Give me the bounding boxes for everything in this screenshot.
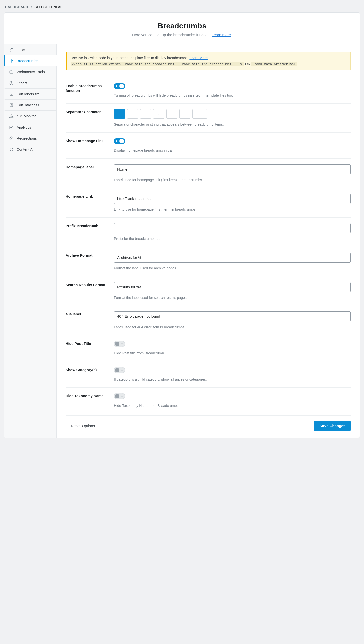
show-categories-toggle[interactable]	[114, 367, 125, 373]
archive-format-label: Archive Format	[66, 253, 108, 258]
separator-option-custom[interactable]	[192, 109, 207, 119]
homepage-label-hint: Label used for homepage link (first item…	[114, 178, 351, 182]
sidebar-item-htaccess[interactable]: Edit .htaccess	[4, 100, 56, 111]
sidebar-item-links[interactable]: Links	[4, 44, 56, 55]
shortcode-snippet: [rank_math_breadcrumb]	[251, 62, 297, 66]
separator-label: Separator Character	[66, 109, 108, 115]
file-icon	[9, 103, 14, 107]
svg-point-6	[11, 149, 12, 150]
save-changes-button[interactable]: Save Changes	[314, 421, 351, 431]
homepage-label-input[interactable]	[114, 164, 351, 174]
separator-option-dash[interactable]: -	[114, 109, 125, 119]
chart-icon	[9, 125, 14, 130]
signpost-icon	[9, 59, 14, 63]
redirect-icon	[9, 136, 14, 141]
404-label-label: 404 label	[66, 311, 108, 317]
search-format-input[interactable]	[114, 282, 351, 292]
homepage-link-hint: Link to use for homepage (first item) in…	[114, 207, 351, 211]
hide-post-title-hint: Hide Post title from Breadcrumb.	[114, 351, 351, 355]
sidebar-item-label: Analytics	[17, 125, 31, 129]
separator-option-pipe[interactable]: |	[166, 109, 177, 119]
briefcase-icon	[9, 70, 14, 74]
separator-option-emdash[interactable]: —	[140, 109, 151, 119]
prefix-label: Prefix Breadcrumb	[66, 223, 108, 229]
breadcrumb-root[interactable]: DASHBOARD	[5, 5, 28, 9]
breadcrumb-current: SEO SETTINGS	[35, 5, 61, 9]
archive-format-hint: Format the label used for archive pages.	[114, 266, 351, 270]
sidebar-item-redirections[interactable]: Redirections	[4, 133, 56, 144]
svg-rect-2	[10, 93, 13, 95]
404-label-input[interactable]	[114, 311, 351, 321]
sidebar-item-label: Content AI	[17, 147, 34, 151]
hide-post-title-toggle[interactable]	[114, 341, 125, 347]
show-homepage-label: Show Homepage Link	[66, 138, 108, 144]
hide-post-title-label: Hide Post Title	[66, 341, 108, 346]
homepage-link-input[interactable]	[114, 194, 351, 204]
hide-taxonomy-hint: Hide Taxonomy Name from Breadcrumb.	[114, 404, 351, 408]
separator-options: - – — » | ·	[114, 109, 351, 119]
sidebar-item-breadcrumbs[interactable]: Breadcrumbs	[4, 55, 57, 66]
sidebar-item-label: Edit robots.txt	[17, 92, 39, 96]
sidebar-item-label: Redirections	[17, 136, 37, 140]
notice-learn-more-link[interactable]: Learn More	[189, 56, 208, 60]
separator-option-endash[interactable]: –	[127, 109, 138, 119]
show-homepage-hint: Display homepage breadcrumb in trail.	[114, 148, 351, 152]
sidebar-item-webmaster-tools[interactable]: Webmaster Tools	[4, 66, 56, 77]
link-icon	[9, 48, 14, 52]
code-notice: Use the following code in your theme tem…	[66, 52, 351, 70]
hide-taxonomy-label: Hide Taxonomy Name	[66, 393, 108, 399]
search-format-label: Search Results Format	[66, 282, 108, 288]
404-label-hint: Label used for 404 error item in breadcr…	[114, 325, 351, 329]
hide-taxonomy-toggle[interactable]	[114, 393, 125, 399]
svg-rect-0	[10, 71, 13, 73]
sidebar-item-label: Breadcrumbs	[17, 59, 38, 63]
sidebar-item-label: Links	[17, 48, 25, 52]
ai-icon	[9, 147, 14, 152]
show-homepage-toggle[interactable]	[114, 138, 125, 144]
separator-option-raquo[interactable]: »	[153, 109, 164, 119]
enable-breadcrumbs-hint: Turning off breadcrumbs will hide breadc…	[114, 93, 351, 97]
settings-sidebar: Links Breadcrumbs Webmaster Tools Others…	[4, 44, 57, 438]
robot-icon	[9, 92, 14, 96]
sidebar-item-label: Others	[17, 81, 28, 85]
archive-format-input[interactable]	[114, 253, 351, 263]
sidebar-item-others[interactable]: Others	[4, 77, 56, 89]
show-categories-label: Show Category(s)	[66, 367, 108, 373]
homepage-label-label: Homepage label	[66, 164, 108, 170]
separator-option-bullet[interactable]: ·	[179, 109, 190, 119]
enable-breadcrumbs-toggle[interactable]	[114, 83, 125, 89]
list-icon	[9, 81, 14, 85]
homepage-link-label: Homepage Link	[66, 194, 108, 199]
breadcrumb: DASHBOARD / SEO SETTINGS	[5, 5, 360, 9]
enable-breadcrumbs-label: Enable breadcrumbs function	[66, 83, 108, 93]
sidebar-item-analytics[interactable]: Analytics	[4, 122, 56, 133]
sidebar-item-content-ai[interactable]: Content AI	[4, 144, 56, 155]
separator-hint: Separator character or string that appea…	[114, 122, 351, 126]
prefix-hint: Prefix for the breadcrumb path.	[114, 237, 351, 241]
sidebar-item-label: 404 Monitor	[17, 114, 36, 118]
reset-options-button[interactable]: Reset Options	[66, 421, 100, 431]
show-categories-hint: If category is a child category, show al…	[114, 377, 351, 381]
sidebar-item-404-monitor[interactable]: 404 Monitor	[4, 111, 56, 122]
search-format-hint: Format the label used for search results…	[114, 296, 351, 300]
learn-more-link[interactable]: Learn more	[212, 33, 231, 37]
sidebar-item-robots[interactable]: Edit robots.txt	[4, 89, 56, 100]
page-title: Breadcrumbs	[9, 22, 355, 30]
svg-point-7	[10, 148, 13, 151]
sidebar-item-label: Webmaster Tools	[17, 70, 45, 74]
svg-point-3	[11, 94, 12, 95]
warning-icon	[9, 114, 14, 118]
sidebar-item-label: Edit .htaccess	[17, 103, 39, 107]
breadcrumb-sep: /	[31, 5, 32, 9]
prefix-input[interactable]	[114, 223, 351, 233]
php-code-snippet: <?php if (function_exists('rank_math_the…	[71, 62, 244, 66]
page-subtitle: Here you can set up the breadcrumbs func…	[9, 33, 355, 37]
